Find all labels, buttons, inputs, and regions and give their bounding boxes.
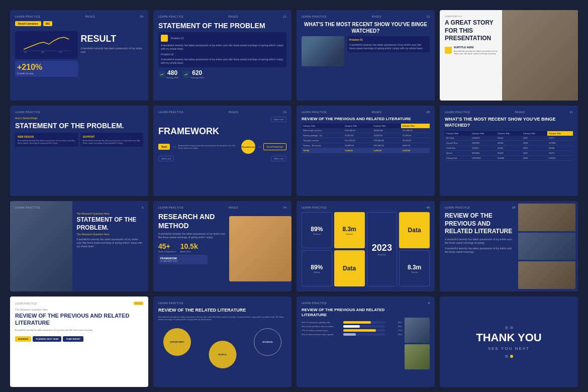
slide-1-badge-row: Result Literature 001	[15, 21, 143, 26]
slide-5-header: LEARN PRACTICE	[15, 111, 143, 114]
slide-2-body: A wonderful serenity has taken possessio…	[161, 44, 284, 51]
slide-6-arrow1: →	[172, 145, 176, 149]
slide-12-header: LEARN PRACTICE 29	[445, 206, 515, 209]
slide-10-title: RESEARCH AND METHOD	[158, 212, 229, 230]
slide-6-body: A wonderful serenity has taken possessio…	[178, 144, 239, 149]
slide-4-title: A GREAT STORY FOR THIS PRESENTATION	[445, 19, 503, 43]
slide-6-start: Start	[158, 144, 170, 150]
slide-1-badge: Result Literature	[15, 21, 41, 26]
slide-3-problem: Problem 01	[349, 38, 428, 41]
slide-13-body: A wonderful serenity has taken possessio…	[15, 329, 143, 331]
slide-10-body: A wonderful serenity has taken possessio…	[158, 232, 229, 239]
slide-1-number: 24	[140, 15, 143, 18]
slide-8: LEARN PRACTICE PAGES 11 WHAT'S THE MOST …	[440, 106, 578, 196]
slide-15-label: LEARN PRACTICE	[302, 302, 327, 305]
slide-6-header: LEARN PRACTICE PAGES 11	[158, 111, 286, 114]
slide-5-web-title: WEB DESIGN	[18, 135, 76, 138]
slide-3-image	[302, 36, 344, 66]
slide-4-body: A wonderful serenity has taken possessio…	[454, 50, 503, 55]
slide-11-metrics: 89% Partners 8.3m Income 2023 Business D…	[302, 212, 430, 286]
slide-8-label: LEARN PRACTICE	[445, 111, 470, 114]
slide-14-label: LEARN PRACTICE	[158, 302, 183, 305]
slide-12-body: A wonderful serenity has taken possessio…	[445, 238, 515, 245]
slide-7-table: Column Title Column Title Column Title C…	[302, 124, 430, 153]
slide-2-problem2: Problem 02	[161, 53, 284, 56]
slide-10-stat1: 45+ Years of Experience	[158, 242, 176, 253]
slide-11-m5: Data	[334, 250, 365, 286]
slide-5-support-body: A wonderful serenity has taken possessio…	[83, 139, 141, 144]
table-row-total: TOTAL 5,038.00 5,038.00 5,038.00	[302, 148, 430, 153]
slide-1-title: RESULT	[81, 33, 144, 45]
slide-10-stat1-num: 45+	[158, 242, 176, 250]
slide-13-subtitle: The Research Question Here	[15, 308, 143, 311]
slide-2-stat2-sub: February 2021	[190, 76, 204, 79]
slide-8-table: Column Title Column Title Column Title C…	[445, 131, 573, 161]
slide-5-support-title: SUPPORT	[83, 135, 141, 138]
slide-15-photo2	[405, 344, 430, 369]
slide-5-web: WEB DESIGN A wonderful serenity has take…	[15, 133, 78, 147]
table-row: Hosting package - 24 3,025.001 32,000.50…	[302, 133, 430, 138]
slide-4-image	[502, 10, 578, 101]
slide-1-stat-label: Growth of year	[17, 72, 76, 75]
slide-7-number: 28	[426, 111, 430, 114]
slide-1-chart: 1.5 4.5 7.5	[15, 31, 78, 59]
table-row: Hosting - 18 months 34,000.50 P32,400.50…	[302, 143, 430, 148]
slide-11-m6-label: Galaxy	[314, 271, 320, 273]
slide-7-col4: Column Title	[401, 124, 430, 128]
slide-13-btn3[interactable]: TEAM TARGET	[63, 336, 83, 342]
slide-4-subtitle-row: SUBTITLE HERE A wonderful serenity has t…	[445, 46, 503, 55]
slide-10-stat2-label: Active User	[180, 250, 198, 253]
slide-15-header: LEARN PRACTICE 8	[302, 302, 430, 305]
slide-3-pages: PAGES	[372, 15, 381, 18]
dot-4	[510, 355, 513, 358]
table-row: Web design services P13,560.00 36,025.00…	[302, 128, 430, 133]
slide-11-m1: 89% Partners	[302, 212, 332, 248]
slide-5-hashtag: #Let's Started Begin	[15, 117, 143, 120]
slide-4-content: LEARN PRACTICE A GREAT STORY FOR THIS PR…	[445, 15, 503, 55]
slide-6-arrow2: →	[257, 145, 261, 149]
dot-1	[505, 326, 508, 329]
slide-9-subtitle: The Research Question Here	[76, 212, 143, 215]
slide-9-question: The Research Question Here	[76, 233, 143, 236]
slide-1-pages: PAGES	[85, 15, 95, 18]
slide-12-label: LEARN PRACTICE	[445, 206, 470, 209]
venn-business: BUSINESS	[254, 328, 281, 356]
slide-11-header: LEARN PRACTICE 48	[302, 206, 430, 209]
slide-5-grid: WEB DESIGN A wonderful serenity has take…	[15, 133, 143, 147]
table-row: Primary Col120376004234404899128221	[445, 156, 573, 161]
slide-7-pages: PAGES	[372, 111, 381, 114]
slide-13-header: LEARN PRACTICE PAGES	[15, 302, 143, 305]
slide-16-subtitle: SEE YOU NEXT	[488, 346, 530, 351]
slide-5-support: SUPPORT A wonderful serenity has taken p…	[80, 133, 144, 147]
slide-9-header: LEARN PRACTICE 3	[15, 206, 143, 209]
slide-10-stat2: 10.5k Active User	[180, 242, 198, 253]
slide-11-m7-label: Talents	[411, 271, 418, 273]
slide-3-number: 11	[426, 15, 430, 18]
slide-2-stat1-num: 480	[166, 69, 178, 76]
slide-6-option2: Option text	[158, 156, 174, 161]
slide-7-header: LEARN PRACTICE PAGES 28	[302, 111, 430, 114]
bar-row-2: 39% of the workforce telecommutes 39%	[302, 325, 402, 328]
slide-8-title: WHAT'S THE MOST RECENT SHOW YOU'VE BINGE…	[445, 117, 573, 128]
table-row: A1 F4n4123457443421432112371	[445, 136, 573, 141]
slide-3-title: WHAT'S THE MOST RECENT SHOW YOU'VE BINGE…	[302, 21, 430, 34]
slide-15-photo1	[405, 318, 430, 343]
slide-10-label: LEARN PRACTICE	[158, 206, 183, 209]
slide-1-label: LEARN PRACTICE	[15, 15, 40, 18]
slide-4-icon	[445, 47, 452, 54]
slide-15-bars: 65% of businesses globally offer 65% 39%…	[302, 321, 402, 336]
slide-2-title: STATEMENT OF THE PROBLEM	[158, 21, 286, 30]
slide-13-btn2[interactable]: PLANNING NEXT YEAR	[33, 336, 61, 342]
slide-14-body: A wonderful serenity has taken possessio…	[158, 316, 286, 321]
slide-2-problem-label: Problem 01	[171, 37, 184, 40]
slide-4-label: LEARN PRACTICE	[445, 15, 503, 18]
slide-16-title: THANK YOU	[476, 331, 541, 344]
slide-13-btn1[interactable]: BUSINESS	[15, 336, 31, 342]
venn-people: PEOPLE	[209, 341, 236, 368]
slide-12-images	[516, 201, 578, 291]
slide-7-title: REVIEW OF THE PREVIOUS AND RELATED LITER…	[302, 117, 430, 122]
slide-11-m7-num: 8.3m	[408, 264, 421, 271]
slide-2: LEARN PRACTICE PAGES 11 STATEMENT OF THE…	[153, 10, 291, 101]
slide-14-venn: OPPORTUNITY BUSINESS PEOPLE	[158, 323, 286, 368]
slide-6-option1: Option text	[271, 117, 286, 122]
